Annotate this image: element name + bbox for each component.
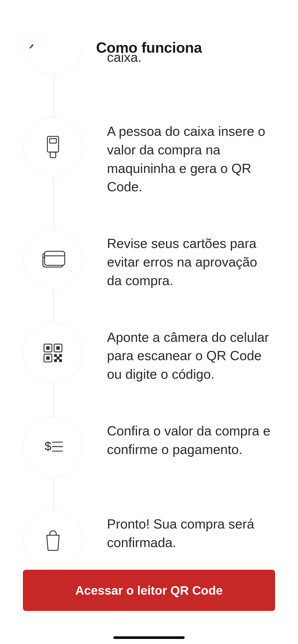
svg-rect-2 xyxy=(50,152,56,158)
step-icon-circle xyxy=(23,323,83,383)
step-text-partial: caixa. xyxy=(107,46,142,65)
step-review-cards: Revise seus cartões para evitar erros na… xyxy=(23,229,275,290)
step-icon-circle xyxy=(23,229,83,289)
credit-card-icon xyxy=(39,245,67,273)
step-complete: Pronto! Sua compra será confirmada. xyxy=(23,510,275,570)
step-text: Revise seus cartões para evitar erros na… xyxy=(107,229,275,290)
step-scan-qr: Aponte a câmera do celular para escanear… xyxy=(23,323,275,384)
svg-rect-14 xyxy=(59,354,62,357)
step-confirm-payment: $ Confira o valor da compra e confirme o… xyxy=(23,417,275,477)
steps-timeline: caixa. A pessoa do caixa insere o valor … xyxy=(23,66,275,570)
access-qr-reader-button[interactable]: Acessar o leitor QR Code xyxy=(23,570,275,611)
step-text: Aponte a câmera do celular para escanear… xyxy=(107,323,275,384)
svg-rect-16 xyxy=(54,359,57,362)
shopping-bag-icon xyxy=(39,526,67,554)
svg-rect-13 xyxy=(54,354,57,357)
receipt-icon: $ xyxy=(39,433,67,461)
step-text: Pronto! Sua compra será confirmada. xyxy=(107,510,275,552)
svg-rect-1 xyxy=(50,139,56,143)
step-text: Confira o valor da compra e confirme o p… xyxy=(107,417,275,459)
svg-rect-5 xyxy=(45,251,65,265)
step-pos-machine: A pessoa do caixa insere o valor da comp… xyxy=(23,117,275,196)
home-indicator[interactable] xyxy=(113,636,185,639)
cta-container: Acessar o leitor QR Code xyxy=(23,570,275,611)
svg-rect-15 xyxy=(57,357,59,359)
svg-text:$: $ xyxy=(45,439,51,453)
content-area: caixa. A pessoa do caixa insere o valor … xyxy=(0,66,298,644)
svg-rect-10 xyxy=(56,346,60,349)
pos-terminal-icon xyxy=(39,133,67,161)
svg-rect-17 xyxy=(59,359,62,362)
qr-code-icon xyxy=(39,339,67,367)
step-text: A pessoa do caixa insere o valor da comp… xyxy=(107,117,275,196)
svg-rect-12 xyxy=(46,356,50,360)
step-icon-partial xyxy=(23,48,83,76)
svg-rect-8 xyxy=(46,346,50,349)
step-icon-circle xyxy=(23,117,83,177)
step-icon-circle: $ xyxy=(23,417,83,477)
step-icon-circle xyxy=(23,510,83,570)
